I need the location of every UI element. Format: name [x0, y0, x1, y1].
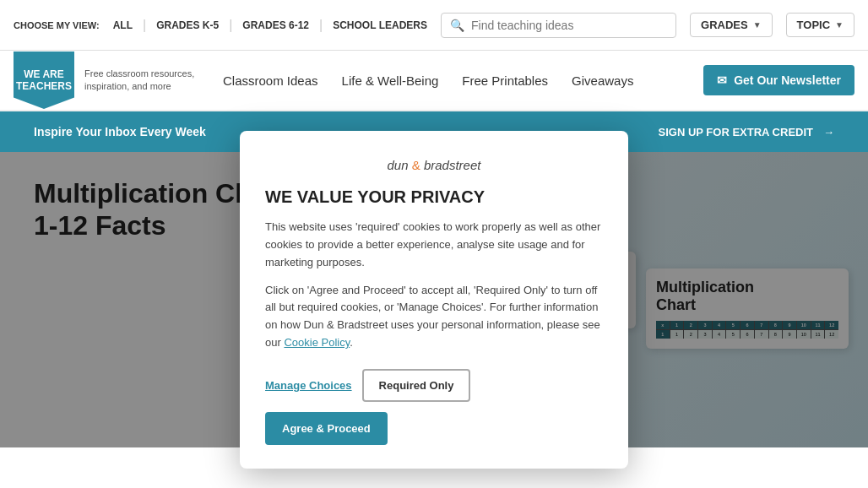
required-only-button[interactable]: Required Only — [362, 369, 471, 402]
nav-bar: WE ARE TEACHERS Free classroom resources… — [0, 51, 868, 111]
nav-giveaways[interactable]: Giveaways — [572, 73, 633, 88]
view-links: ALL | GRADES K-5 | GRADES 6-12 | SCHOOL … — [113, 18, 427, 33]
nav-classroom-ideas[interactable]: Classroom Ideas — [223, 73, 318, 88]
promo-cta-text: SIGN UP FOR EXTRA CREDIT — [659, 126, 813, 138]
consent-modal: dun & bradstreet WE VALUE YOUR PRIVACY T… — [240, 131, 628, 469]
logo-wrap: WE ARE TEACHERS Free classroom resources… — [14, 52, 203, 109]
cookie-policy-link[interactable]: Cookie Policy — [284, 336, 350, 349]
chevron-down-icon: ▼ — [835, 20, 844, 30]
consent-body-1: This website uses 'required' cookies to … — [265, 219, 603, 271]
consent-body-2: Click on 'Agree and Proceed' to accept a… — [265, 282, 603, 352]
consent-overlay: dun & bradstreet WE VALUE YOUR PRIVACY T… — [0, 152, 868, 447]
chevron-down-icon: ▼ — [753, 20, 762, 30]
topic-dropdown[interactable]: TOPIC ▼ — [786, 13, 854, 37]
choose-label: CHOOSE MY VIEW: — [14, 20, 100, 30]
view-grades-612[interactable]: GRADES 6-12 — [242, 19, 309, 31]
promo-right[interactable]: SIGN UP FOR EXTRA CREDIT → — [659, 126, 834, 138]
agree-proceed-button[interactable]: Agree & Proceed — [265, 412, 388, 445]
consent-heading: WE VALUE YOUR PRIVACY — [265, 187, 603, 207]
logo-tagline: Free classroom resources, inspiration, a… — [84, 68, 203, 94]
view-school-leaders[interactable]: SCHOOL LEADERS — [333, 19, 427, 31]
search-input[interactable] — [471, 19, 667, 32]
search-icon: 🔍 — [450, 19, 464, 32]
view-grades-k5[interactable]: GRADES K-5 — [156, 19, 219, 31]
top-bar: CHOOSE MY VIEW: ALL | GRADES K-5 | GRADE… — [0, 0, 868, 51]
search-bar: 🔍 — [441, 13, 676, 38]
grades-dropdown[interactable]: GRADES ▼ — [690, 13, 773, 37]
main-area: Multiplication Chart Bundle for 1-12 Fac… — [0, 152, 868, 447]
main-nav: Classroom Ideas Life & Well-Being Free P… — [223, 73, 683, 88]
nav-free-printables[interactable]: Free Printables — [462, 73, 548, 88]
site-logo[interactable]: WE ARE TEACHERS — [14, 52, 74, 109]
consent-brand-name: dun & bradstreet — [265, 158, 603, 172]
newsletter-button[interactable]: ✉ Get Our Newsletter — [703, 65, 854, 95]
consent-actions: Manage Choices Required Only Agree & Pro… — [265, 369, 603, 445]
view-all[interactable]: ALL — [113, 19, 133, 31]
manage-choices-button[interactable]: Manage Choices — [265, 379, 352, 392]
arrow-icon: → — [823, 126, 834, 138]
promo-left-text: Inspire Your Inbox Every Week — [34, 125, 206, 138]
email-icon: ✉ — [717, 73, 727, 87]
nav-life-wellbeing[interactable]: Life & Well-Being — [342, 73, 439, 88]
